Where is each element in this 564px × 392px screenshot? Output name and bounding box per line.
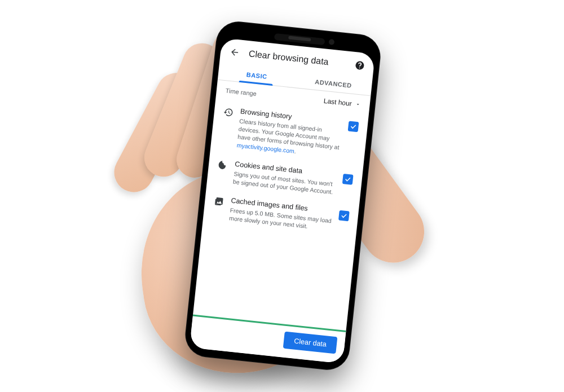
check-icon — [344, 175, 351, 183]
help-icon — [354, 60, 365, 71]
phone-screen: Clear browsing data BASIC ADVANCED Time … — [190, 38, 375, 364]
help-button[interactable] — [353, 59, 367, 72]
arrow-left-icon — [229, 47, 240, 58]
image-icon — [213, 196, 224, 209]
cookie-icon — [217, 159, 228, 173]
checkbox-cookies[interactable] — [342, 174, 354, 185]
check-icon — [340, 212, 347, 219]
checkbox-history[interactable] — [348, 121, 359, 133]
phone-device: Clear browsing data BASIC ADVANCED Time … — [183, 19, 383, 372]
time-range-value: Last hour — [323, 97, 352, 108]
history-icon — [223, 107, 234, 120]
chevron-down-icon — [355, 102, 361, 108]
clear-data-button[interactable]: Clear data — [283, 332, 337, 354]
back-button[interactable] — [228, 46, 241, 59]
time-range-label: Time range — [225, 87, 257, 97]
checkbox-cache[interactable] — [338, 210, 350, 222]
time-range-dropdown[interactable]: Last hour — [323, 97, 361, 109]
check-icon — [350, 123, 357, 130]
page-title: Clear browsing data — [248, 49, 346, 69]
